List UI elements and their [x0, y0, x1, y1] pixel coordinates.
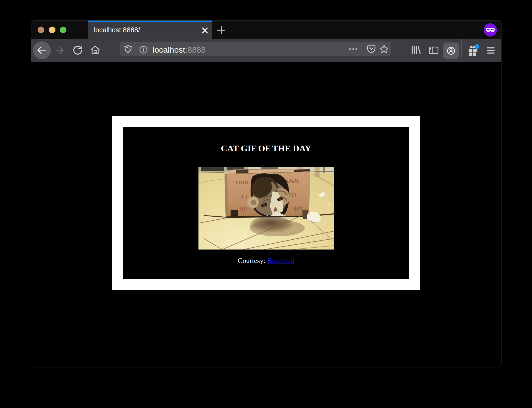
svg-text:moɔ: moɔ: [236, 179, 248, 187]
svg-text:06: 06: [240, 205, 247, 213]
svg-text:Lɨ: Lɨ: [241, 194, 248, 201]
svg-text:xʁɧ: xʁɧ: [293, 206, 302, 212]
